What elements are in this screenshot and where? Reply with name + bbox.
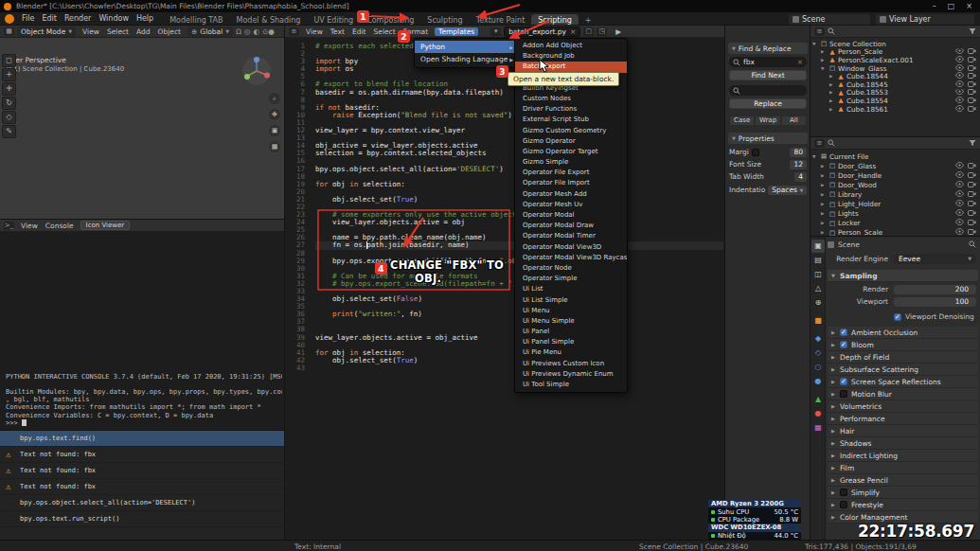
menu-file[interactable]: File: [18, 14, 38, 23]
camera-visibility-icon[interactable]: [968, 72, 976, 80]
scale-tool[interactable]: ◇: [2, 111, 16, 124]
template-item-gizmo-simple[interactable]: Gizmo Simple: [515, 157, 627, 168]
view-layer-tab[interactable]: ◫: [811, 268, 825, 281]
outliner-file[interactable]: ≡ ▼▤Current File▶□Door_Glass▶□Door_Handl…: [811, 137, 980, 237]
search-icon[interactable]: [828, 139, 835, 147]
section-hair[interactable]: ▶Hair: [828, 425, 978, 437]
object-data-tab[interactable]: ▲: [811, 393, 825, 406]
expand-caret-icon[interactable]: ▶: [821, 58, 827, 62]
template-item-batch-export[interactable]: Batch Export: [515, 62, 627, 72]
find-replace-panel-header[interactable]: ▼Find & Replace: [728, 43, 808, 54]
workspace-tab-texture-paint[interactable]: Texture Paint: [470, 14, 532, 26]
section-checkbox[interactable]: ✓: [840, 341, 847, 348]
camera-visibility-icon[interactable]: [968, 56, 976, 64]
render-engine-dropdown[interactable]: Eevee▼: [894, 254, 976, 264]
workspace-tab-modelling-tab[interactable]: Modelling TAB: [163, 14, 229, 26]
viewport-editor[interactable]: ▦ Object Mode▼ ViewSelectAddObject ⊕Glob…: [0, 26, 285, 220]
scene-tab[interactable]: △: [811, 282, 825, 295]
menu-text[interactable]: Text: [327, 27, 348, 36]
material-tab[interactable]: ●: [811, 407, 825, 420]
tab-width-field[interactable]: 4: [794, 172, 807, 182]
texture-tab[interactable]: ▦: [811, 421, 825, 435]
expand-caret-icon[interactable]: ▶: [821, 230, 827, 235]
menu-view[interactable]: View: [79, 27, 103, 36]
hide-eye-icon[interactable]: [955, 190, 964, 199]
outliner-row[interactable]: ▶□Light_Holder: [812, 199, 978, 208]
open-text-icon[interactable]: ◳: [597, 27, 607, 36]
workspace-tab--[interactable]: +: [579, 14, 598, 26]
run-script-button[interactable]: ▶: [615, 27, 621, 36]
section-volumetrics[interactable]: ▶Volumetrics: [828, 400, 978, 413]
camera-view-icon[interactable]: ▣: [269, 125, 280, 136]
search-icon[interactable]: [969, 240, 976, 248]
minimize-button[interactable]: –: [933, 2, 936, 10]
select-box-tool[interactable]: ◻: [2, 54, 16, 67]
template-item-ui-panel[interactable]: Ui Panel: [515, 327, 627, 337]
section-checkbox[interactable]: [840, 390, 847, 398]
expand-caret-icon[interactable]: ▶: [821, 164, 827, 169]
section-simplify[interactable]: ▶Simplify: [828, 487, 978, 499]
sampling-panel-header[interactable]: ▼Sampling: [828, 270, 978, 282]
physics-tab[interactable]: ○: [811, 361, 825, 374]
template-item-operator-modal-timer[interactable]: Operator Modal Timer: [515, 231, 627, 241]
mode-dropdown[interactable]: Object Mode▼: [17, 27, 76, 37]
camera-visibility-icon[interactable]: [968, 64, 976, 73]
pan-hand-icon[interactable]: ✥: [269, 109, 280, 120]
camera-visibility-icon[interactable]: [968, 162, 976, 170]
template-item-background-job[interactable]: Background Job: [515, 51, 627, 62]
template-item-external-script-stub[interactable]: External Script Stub: [515, 115, 627, 125]
expand-caret-icon[interactable]: ▼: [812, 42, 818, 46]
hide-eye-icon[interactable]: [955, 219, 964, 227]
camera-visibility-icon[interactable]: [968, 209, 976, 218]
menu-object[interactable]: Object: [154, 27, 185, 36]
template-item-operator-file-import[interactable]: Operator File Import: [515, 178, 627, 188]
maximize-button[interactable]: □: [948, 2, 955, 10]
camera-visibility-icon[interactable]: [968, 89, 976, 98]
expand-caret-icon[interactable]: ▶: [829, 74, 835, 79]
expand-caret-icon[interactable]: ▶: [821, 211, 827, 216]
section-freestyle[interactable]: ▶Freestyle: [828, 499, 978, 511]
template-item-operator-modal-draw[interactable]: Operator Modal Draw: [515, 221, 627, 231]
scene-selector[interactable]: Scene: [789, 14, 870, 25]
view-layer-selector[interactable]: View Layer: [876, 14, 974, 25]
template-item-ui-menu[interactable]: Ui Menu: [515, 306, 627, 316]
outliner-row[interactable]: ▶□Library: [812, 189, 978, 199]
template-item-operator-node[interactable]: Operator Node: [515, 263, 627, 274]
hide-eye-icon[interactable]: [955, 97, 964, 105]
replace-button[interactable]: Replace: [729, 98, 807, 109]
outliner-row[interactable]: ▶▲Person_Scale: [812, 48, 978, 57]
python-console-editor[interactable]: >_ ViewConsole Icon Viewer PYTHON INTERA…: [0, 220, 285, 431]
outliner-row[interactable]: ▶▲Cube.18561: [812, 105, 978, 114]
info-row[interactable]: ⚠Text not found: fbx: [0, 463, 285, 479]
rotate-tool[interactable]: ↻: [2, 97, 16, 110]
menu-item-python[interactable]: Python▶: [415, 41, 519, 53]
template-item-ui-previews-dynamic-enum[interactable]: Ui Previews Dynamic Enum: [515, 369, 627, 380]
browse-text-icon[interactable]: ▾: [490, 27, 501, 36]
template-item-ui-list[interactable]: Ui List: [515, 284, 627, 294]
template-item-operator-mesh-add[interactable]: Operator Mesh Add: [515, 189, 627, 200]
outliner-row[interactable]: ▶□Door_Wood: [812, 180, 978, 189]
hide-eye-icon[interactable]: [955, 162, 964, 170]
section-indirect-lighting[interactable]: ▶Indirect Lighting: [828, 450, 978, 462]
section-screen-space-reflections[interactable]: ▶✓Screen Space Reflections: [828, 376, 978, 388]
hide-eye-icon[interactable]: [955, 228, 964, 237]
template-item-operator-modal[interactable]: Operator Modal: [515, 210, 627, 221]
menu-render[interactable]: Render: [61, 14, 95, 23]
camera-visibility-icon[interactable]: [968, 80, 976, 89]
expand-caret-icon[interactable]: ▶: [821, 221, 827, 225]
menu-item-open-shading-language[interactable]: Open Shading Language▶: [415, 53, 519, 65]
hide-eye-icon[interactable]: [955, 105, 964, 114]
camera-visibility-icon[interactable]: [968, 171, 976, 180]
outliner-row[interactable]: ▶▲Cube.18545: [812, 80, 978, 89]
proportional-edit-icon[interactable]: ◎: [244, 27, 251, 36]
cursor-tool[interactable]: +: [2, 68, 16, 81]
menu-console[interactable]: Console: [42, 222, 78, 230]
hide-eye-icon[interactable]: [955, 64, 964, 73]
camera-visibility-icon[interactable]: [968, 48, 976, 57]
editor-type-icon[interactable]: ≡: [289, 27, 299, 36]
expand-caret-icon[interactable]: ▶: [821, 49, 827, 54]
zoom-icon[interactable]: ⌕: [269, 93, 280, 104]
menu-view[interactable]: View: [302, 27, 327, 36]
margin-value-field[interactable]: 80: [790, 148, 807, 157]
search-icon[interactable]: [828, 27, 835, 35]
